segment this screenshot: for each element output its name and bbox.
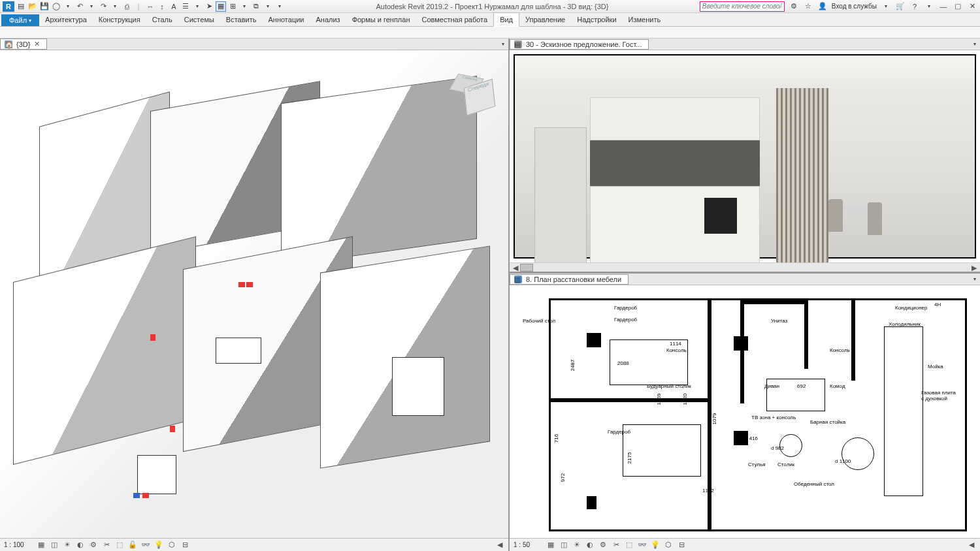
tab-structure[interactable]: Конструкция [93, 13, 146, 26]
tab-collaborate[interactable]: Совместная работа [416, 13, 493, 26]
detail-level-icon[interactable]: ▦ [546, 541, 555, 550]
crop-view-icon[interactable]: ✂ [102, 541, 111, 550]
scale-value[interactable]: 1 : 50 [514, 541, 542, 548]
section-icon[interactable]: ➤ [204, 1, 214, 12]
tab-modify[interactable]: Изменить [623, 13, 667, 26]
worksharing-icon[interactable]: ⬡ [167, 541, 176, 550]
reveal-hidden-icon[interactable]: 💡 [154, 541, 163, 550]
scroll-left-icon[interactable]: ◀ [511, 263, 520, 272]
help-icon[interactable]: ? [909, 1, 920, 12]
new-icon[interactable]: ▤ [16, 1, 26, 12]
minimize-icon[interactable]: — [938, 1, 949, 12]
view-cube[interactable]: Сверху Спереди [443, 70, 489, 116]
view-render-hscroll[interactable]: ◀ ▶ [510, 262, 980, 272]
tab-insert[interactable]: Вставить [220, 13, 263, 26]
view-3d-canvas[interactable]: Сверху Спереди [0, 50, 508, 538]
render-dialog-icon[interactable]: ⚙ [89, 541, 98, 550]
unlock-3d-icon[interactable]: 🔓 [128, 541, 137, 550]
close-icon[interactable]: ✕ [967, 1, 977, 12]
crop-visible-icon[interactable]: ⬚ [625, 541, 634, 550]
qat-overflow-icon[interactable]: ▾ [274, 1, 285, 12]
fp-label: Столик [777, 462, 794, 467]
crop-visible-icon[interactable]: ⬚ [115, 541, 124, 550]
detail-level-icon[interactable]: ▦ [37, 541, 46, 550]
redo-icon[interactable]: ↷ [98, 1, 108, 12]
temp-hide-icon[interactable]: 👓 [141, 541, 150, 550]
tab-manage[interactable]: Управление [519, 13, 571, 26]
tab-annotate[interactable]: Аннотации [263, 13, 310, 26]
redo-dropdown-icon[interactable]: ▾ [110, 1, 120, 12]
restore-icon[interactable]: ▢ [953, 1, 963, 12]
constraints-icon[interactable]: ⊟ [677, 541, 686, 550]
open-icon[interactable]: 📂 [27, 1, 38, 12]
view-3d-tab[interactable]: 🏠 {3D} ✕ [0, 39, 47, 50]
floorplan[interactable]: Рабочий стол Гардероб Гардероб Унитаз Хо… [510, 285, 980, 538]
spell-dropdown-icon[interactable]: ▾ [192, 1, 203, 12]
scroll-thumb[interactable] [520, 264, 533, 272]
favorite-icon[interactable]: ☆ [803, 1, 813, 12]
sync-dropdown-icon[interactable]: ▾ [63, 1, 73, 12]
ch-dropdown-icon[interactable]: ▾ [239, 1, 250, 12]
text-icon[interactable]: A [169, 1, 179, 12]
close-hidden-icon[interactable]: ⊞ [227, 1, 238, 12]
constraints-icon[interactable]: ⊟ [180, 541, 189, 550]
view-render-tab[interactable]: ▤ 30 - Эскизное предложение. Гост... [510, 39, 649, 50]
scale-value[interactable]: 1 : 100 [4, 541, 33, 548]
fp-label: Будуарный столик [647, 383, 691, 389]
shadows-icon[interactable]: ◐ [76, 541, 85, 550]
tab-architecture[interactable]: Архитектура [39, 13, 93, 26]
column [587, 333, 601, 347]
cart-icon[interactable]: 🛒 [895, 1, 906, 12]
view-plan-canvas[interactable]: Рабочий стол Гардероб Гардероб Унитаз Хо… [510, 285, 980, 538]
worksharing-icon[interactable]: ⬡ [664, 541, 673, 550]
visual-style-icon[interactable]: ◫ [559, 541, 568, 550]
scroll-right-icon[interactable]: ▶ [970, 263, 979, 272]
sun-path-icon[interactable]: ☀ [572, 541, 581, 550]
model-3d[interactable]: Сверху Спереди [0, 50, 508, 538]
spell-icon[interactable]: ☰ [180, 1, 191, 12]
view-plan-tab[interactable]: ▥ 8. План расстановки мебели [510, 274, 629, 285]
scroll-left-icon[interactable]: ◀ [967, 541, 976, 550]
save-icon[interactable]: 💾 [39, 1, 50, 12]
view-render-options-icon[interactable]: ▾ [970, 39, 980, 50]
scroll-left-icon[interactable]: ◀ [495, 541, 504, 550]
file-tab[interactable]: Файл [1, 14, 39, 26]
revit-logo-icon[interactable]: R [3, 1, 14, 12]
view-render-canvas[interactable] [510, 50, 980, 262]
login-dropdown-icon[interactable]: ▾ [881, 1, 891, 12]
undo-icon[interactable]: ↶ [74, 1, 85, 12]
temp-hide-icon[interactable]: 👓 [638, 541, 647, 550]
tab-systems[interactable]: Системы [178, 13, 220, 26]
switch-icon[interactable]: ⧉ [251, 1, 261, 12]
render-dialog-icon[interactable]: ⚙ [598, 541, 608, 550]
tab-addins[interactable]: Надстройки [571, 13, 622, 26]
tab-view[interactable]: Вид [493, 12, 519, 27]
thin-lines-icon[interactable]: ▦ [216, 1, 226, 12]
infocenter-icon[interactable]: ⚙ [789, 1, 799, 12]
undo-dropdown-icon[interactable]: ▾ [86, 1, 97, 12]
reveal-hidden-icon[interactable]: 💡 [651, 541, 660, 550]
measure-icon[interactable]: ↔ [145, 1, 155, 12]
close-icon[interactable]: ✕ [34, 40, 40, 48]
sun-path-icon[interactable]: ☀ [63, 541, 72, 550]
help-dropdown-icon[interactable]: ▾ [924, 1, 934, 12]
search-input[interactable] [700, 1, 785, 12]
marker-red [238, 282, 245, 287]
view-3d-options-icon[interactable]: ▾ [498, 39, 508, 50]
dimension-icon[interactable]: ↕ [157, 1, 167, 12]
column [587, 496, 596, 509]
crop-view-icon[interactable]: ✂ [612, 541, 621, 550]
view-plan-options-icon[interactable]: ▾ [970, 274, 980, 285]
user-icon[interactable]: 👤 [817, 1, 828, 12]
login-label[interactable]: Вход в службы [832, 3, 877, 10]
tab-analyze[interactable]: Анализ [310, 13, 346, 26]
title-bar: R ▤ 📂 💾 ◯▾ ↶▾ ↷▾ ⎙ | ↔ ↕ A ☰▾ ➤ ▦ ⊞▾ ⧉▾ … [0, 0, 980, 13]
tab-steel[interactable]: Сталь [146, 13, 178, 26]
visual-style-icon[interactable]: ◫ [50, 541, 59, 550]
sync-icon[interactable]: ◯ [51, 1, 61, 12]
sw-dropdown-icon[interactable]: ▾ [263, 1, 273, 12]
print-icon[interactable]: ⎙ [122, 1, 132, 12]
shadows-icon[interactable]: ◐ [585, 541, 595, 550]
tab-massing[interactable]: Формы и генплан [346, 13, 416, 26]
furniture [392, 357, 444, 416]
